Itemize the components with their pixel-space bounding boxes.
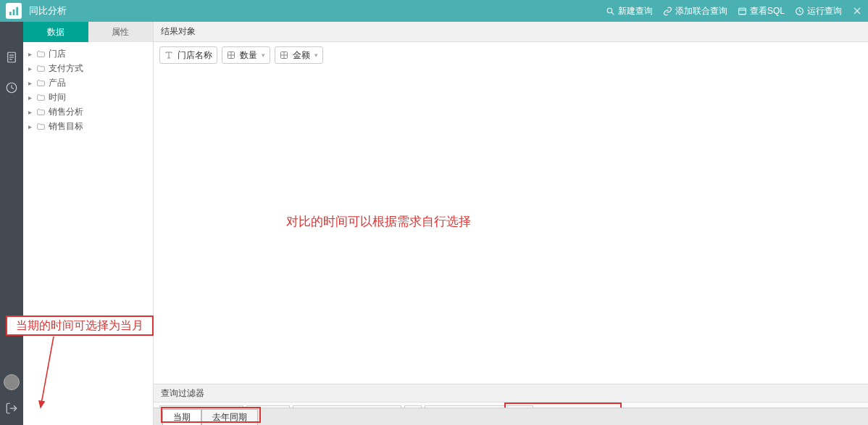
chevron-down-icon: ▾ xyxy=(262,51,265,59)
svg-rect-2 xyxy=(16,7,18,15)
view-sql-button[interactable]: 查看SQL xyxy=(738,5,785,17)
tree-label: 支付方式 xyxy=(49,62,83,75)
content-panel: 结果对象 门店名称 数量 ▾ 金额 ▾ 查询过滤器 月 等于▾ xyxy=(154,22,868,425)
side-panel: 数据 属性 ▸门店 ▸支付方式 ▸产品 ▸时间 ▸销售分析 ▸销售目标 xyxy=(23,22,154,425)
tree-label: 时间 xyxy=(49,91,66,104)
dimension-icon xyxy=(164,51,173,59)
tree-item-payment[interactable]: ▸支付方式 xyxy=(26,61,150,75)
close-button[interactable] xyxy=(852,6,862,16)
app-logo xyxy=(6,3,22,19)
tree: ▸门店 ▸支付方式 ▸产品 ▸时间 ▸销售分析 ▸销售目标 xyxy=(23,42,153,138)
run-icon xyxy=(795,7,804,16)
annotation-text-compare: 对比的时间可以根据需求自行选择 xyxy=(286,213,471,230)
pill-label: 金额 xyxy=(293,49,310,62)
action-label: 新建查询 xyxy=(618,5,653,17)
run-query-button[interactable]: 运行查询 xyxy=(795,5,842,17)
result-canvas xyxy=(154,68,868,384)
annotation-text-current: 当期的时间可选择为当月 xyxy=(6,315,154,336)
action-label: 运行查询 xyxy=(807,5,842,17)
tab-last-year-period[interactable]: 去年同期 xyxy=(201,409,258,425)
tree-item-time[interactable]: ▸时间 xyxy=(26,90,150,104)
folder-icon xyxy=(36,93,46,102)
tree-item-sales-analysis[interactable]: ▸销售分析 xyxy=(26,104,150,119)
pill-amount[interactable]: 金额 ▾ xyxy=(275,46,323,64)
pill-label: 数量 xyxy=(240,49,257,62)
tree-label: 销售目标 xyxy=(49,120,83,133)
result-pills: 门店名称 数量 ▾ 金额 ▾ xyxy=(154,42,868,68)
result-objects-header: 结果对象 xyxy=(154,22,868,42)
user-avatar[interactable] xyxy=(4,374,20,390)
sql-icon xyxy=(738,7,747,16)
search-icon xyxy=(606,7,615,16)
tree-item-store[interactable]: ▸门店 xyxy=(26,46,150,61)
side-tabs: 数据 属性 xyxy=(23,22,153,42)
svg-line-4 xyxy=(612,12,614,15)
folder-icon xyxy=(36,49,46,59)
folder-icon xyxy=(36,122,46,131)
svg-rect-1 xyxy=(13,9,15,15)
add-union-query-button[interactable]: 添加联合查询 xyxy=(663,5,727,17)
rail-history-icon[interactable] xyxy=(5,81,18,94)
tree-label: 产品 xyxy=(49,77,66,89)
tab-data[interactable]: 数据 xyxy=(23,22,88,42)
rail-document-icon[interactable] xyxy=(5,51,18,64)
pill-label: 门店名称 xyxy=(178,49,212,62)
tree-label: 销售分析 xyxy=(49,106,83,118)
link-icon xyxy=(663,7,672,16)
tab-current-period[interactable]: 当期 xyxy=(162,409,201,425)
left-rail xyxy=(0,22,23,425)
exit-icon[interactable] xyxy=(5,402,18,415)
tree-item-sales-target[interactable]: ▸销售目标 xyxy=(26,119,150,133)
svg-rect-5 xyxy=(739,8,746,15)
new-query-button[interactable]: 新建查询 xyxy=(606,5,653,17)
measure-icon xyxy=(280,51,288,59)
svg-point-3 xyxy=(607,8,612,13)
action-label: 添加联合查询 xyxy=(675,5,727,17)
svg-rect-0 xyxy=(9,12,12,15)
pill-quantity[interactable]: 数量 ▾ xyxy=(222,46,270,64)
tree-item-product[interactable]: ▸产品 xyxy=(26,75,150,90)
folder-icon xyxy=(36,107,46,117)
tree-label: 门店 xyxy=(49,48,66,60)
tab-attr[interactable]: 属性 xyxy=(88,22,154,42)
filter-header: 查询过滤器 xyxy=(154,384,868,403)
page-title: 同比分析 xyxy=(29,4,67,17)
action-label: 查看SQL xyxy=(750,5,785,17)
bottom-tabs: 当期 去年同期 xyxy=(154,408,868,425)
pill-store-name[interactable]: 门店名称 xyxy=(159,46,217,64)
chevron-down-icon: ▾ xyxy=(314,51,318,59)
topbar: 同比分析 新建查询 添加联合查询 查看SQL 运行查询 xyxy=(0,0,868,22)
folder-icon xyxy=(36,78,46,88)
measure-icon xyxy=(227,51,235,59)
folder-icon xyxy=(36,64,46,73)
